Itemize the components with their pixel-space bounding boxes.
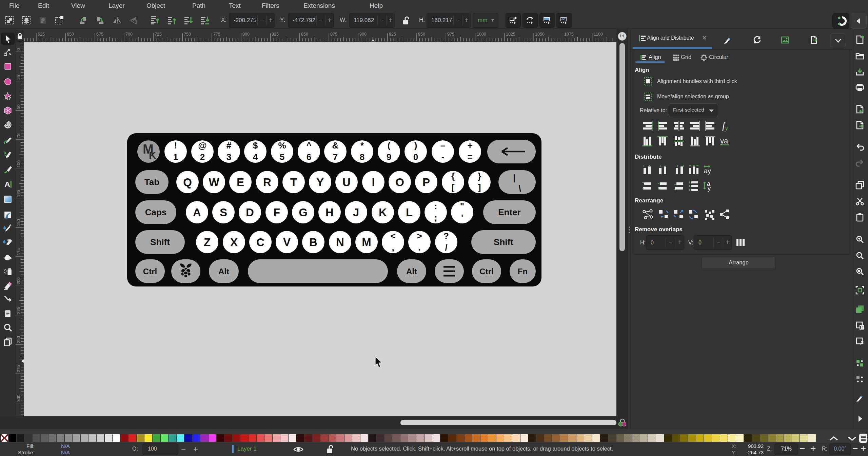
svg-text:N: N: [336, 236, 344, 249]
svg-text:D: D: [246, 206, 254, 219]
svg-text:125: 125: [16, 190, 21, 197]
svg-text:): ): [414, 140, 417, 151]
svg-text:C: C: [256, 236, 264, 249]
svg-text:&: &: [332, 140, 339, 151]
svg-text:Ctrl: Ctrl: [143, 267, 157, 276]
svg-text:Q: Q: [183, 176, 192, 189]
svg-text:175: 175: [16, 248, 21, 255]
svg-text:225: 225: [16, 307, 21, 314]
svg-text:900: 900: [359, 32, 367, 37]
svg-text:Alt: Alt: [218, 267, 229, 276]
svg-text:9: 9: [387, 152, 391, 162]
svg-text::: :: [434, 201, 437, 211]
svg-text:–: –: [440, 140, 445, 151]
svg-text:8: 8: [360, 152, 364, 162]
svg-text:275: 275: [16, 365, 21, 372]
svg-text:E: E: [237, 176, 244, 189]
svg-text:V: V: [283, 236, 291, 249]
svg-text:Shift: Shift: [494, 237, 513, 247]
svg-text:A: A: [193, 206, 201, 219]
svg-text:1: 1: [173, 152, 178, 162]
svg-text:J: J: [353, 206, 359, 219]
svg-text:%: %: [278, 140, 286, 151]
svg-text:@: @: [198, 140, 206, 151]
svg-text:^: ^: [306, 140, 311, 151]
svg-text:L: L: [406, 206, 413, 219]
svg-text:Fn: Fn: [518, 267, 528, 276]
svg-text:.: .: [418, 242, 420, 253]
svg-text:2: 2: [200, 152, 205, 162]
svg-text:/: /: [445, 242, 447, 253]
svg-text:975: 975: [447, 32, 454, 37]
svg-text:K: K: [379, 206, 387, 219]
svg-text:': ': [461, 213, 463, 223]
svg-text:y: y: [708, 185, 711, 192]
svg-text:6: 6: [307, 152, 311, 162]
svg-text:": ": [460, 201, 464, 211]
svg-text:\: \: [518, 183, 521, 194]
svg-text:(: (: [388, 140, 391, 151]
svg-text:*: *: [360, 140, 364, 151]
svg-text:T: T: [290, 176, 297, 189]
svg-text:U: U: [342, 176, 351, 189]
svg-text:,: ,: [392, 242, 394, 253]
svg-text:50: 50: [16, 104, 21, 109]
svg-text:775: 775: [213, 32, 220, 37]
svg-text:I: I: [372, 176, 375, 189]
svg-text:>: >: [417, 231, 422, 241]
svg-text:150: 150: [16, 219, 21, 226]
svg-text:650: 650: [67, 32, 74, 37]
svg-text:675: 675: [96, 32, 103, 37]
svg-text:A: A: [4, 180, 10, 189]
svg-text:Alt: Alt: [406, 267, 417, 276]
svg-text:Caps: Caps: [145, 207, 167, 217]
svg-text:875: 875: [330, 32, 337, 37]
svg-text:y: y: [724, 123, 728, 132]
svg-text:Y: Y: [316, 176, 324, 189]
svg-text:!: !: [174, 140, 177, 151]
svg-text:0: 0: [413, 152, 418, 162]
svg-text:;: ;: [434, 213, 437, 223]
svg-text:K: K: [149, 150, 156, 161]
svg-text:O: O: [395, 176, 404, 189]
svg-text:H: H: [326, 206, 334, 219]
svg-text:X: X: [230, 236, 238, 249]
svg-text:4: 4: [253, 152, 258, 162]
svg-text:1025: 1025: [506, 32, 515, 37]
svg-text:3: 3: [226, 152, 231, 162]
svg-text:ya: ya: [720, 137, 728, 145]
svg-text:725: 725: [155, 32, 162, 37]
svg-text:W: W: [209, 176, 219, 189]
svg-text:?: ?: [443, 231, 449, 241]
svg-text:Enter: Enter: [498, 207, 520, 217]
svg-text:+: +: [467, 140, 472, 151]
svg-text:950: 950: [418, 32, 425, 37]
svg-text:R: R: [263, 176, 271, 189]
svg-text:#: #: [226, 140, 232, 151]
svg-text:Tab: Tab: [144, 177, 159, 187]
svg-text:7: 7: [333, 152, 338, 162]
svg-text:<: <: [390, 231, 395, 241]
svg-text:M: M: [362, 236, 371, 249]
svg-text:200: 200: [16, 277, 21, 284]
svg-text:825: 825: [272, 32, 279, 37]
svg-text:1000: 1000: [477, 32, 486, 37]
svg-text:1100: 1100: [594, 32, 603, 37]
svg-text:G: G: [299, 206, 308, 219]
svg-text:S: S: [220, 206, 227, 219]
svg-text:|: |: [513, 173, 515, 183]
svg-text:[: [: [452, 182, 455, 193]
svg-text:B: B: [309, 236, 317, 249]
svg-text:Ctrl: Ctrl: [479, 267, 493, 276]
svg-text:700: 700: [125, 32, 133, 37]
svg-text:Shift: Shift: [150, 237, 170, 247]
svg-text:=: =: [467, 152, 472, 162]
svg-text:]: ]: [478, 182, 481, 193]
svg-text:}: }: [478, 171, 481, 181]
svg-text:1075: 1075: [564, 32, 574, 37]
svg-text:$: $: [253, 140, 258, 151]
svg-text:250: 250: [16, 336, 21, 343]
svg-text:P: P: [422, 176, 430, 189]
svg-text:ay: ay: [704, 167, 711, 175]
svg-text:F: F: [273, 206, 280, 219]
